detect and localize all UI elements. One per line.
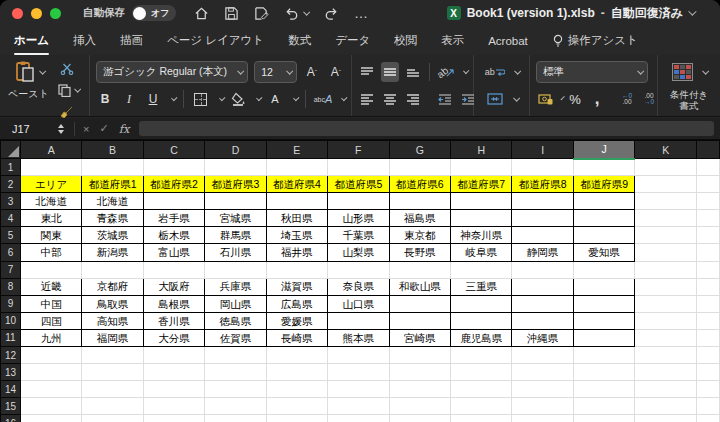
row-header-13[interactable]: 13 [1, 364, 21, 381]
conditional-formatting-button[interactable] [672, 62, 693, 82]
cell-I12[interactable] [512, 347, 573, 364]
cell-I11[interactable]: 沖縄県 [512, 329, 573, 346]
merge-center-button[interactable] [486, 89, 504, 109]
copy-chevron-icon[interactable] [74, 85, 80, 91]
decrease-indent-button[interactable] [436, 89, 454, 109]
cell-E2[interactable]: 都道府県4 [266, 176, 327, 193]
cell-E7[interactable] [266, 261, 327, 278]
maximize-button[interactable] [50, 8, 61, 19]
cell-K3[interactable] [635, 193, 697, 210]
cell-J14[interactable] [573, 381, 634, 398]
cell-K2[interactable] [635, 176, 697, 193]
cell-B4[interactable]: 青森県 [82, 210, 143, 227]
decrease-font-button[interactable]: Aˇ [327, 62, 345, 82]
cell-H13[interactable] [450, 364, 511, 381]
more-toolbar-icon[interactable]: … [354, 9, 369, 17]
cell-G4[interactable]: 福島県 [389, 210, 450, 227]
cell-B16[interactable] [82, 415, 143, 422]
cell-L12[interactable] [697, 347, 720, 364]
cell-B3[interactable]: 北海道 [82, 193, 143, 210]
cell-L2[interactable] [697, 176, 720, 193]
cell-J2[interactable]: 都道府県9 [573, 176, 634, 193]
cell-B5[interactable]: 茨城県 [82, 227, 143, 244]
cell-J8[interactable] [573, 278, 634, 295]
cell-E12[interactable] [266, 347, 327, 364]
home-icon[interactable] [194, 6, 209, 21]
cell-B13[interactable] [82, 364, 143, 381]
conditional-formatting-chevron-icon[interactable] [702, 67, 708, 73]
increase-font-button[interactable]: Aˆ [303, 62, 321, 82]
cell-K9[interactable] [635, 295, 697, 312]
cell-D9[interactable]: 岡山県 [205, 295, 266, 312]
cell-D14[interactable] [205, 381, 266, 398]
tab-acrobat[interactable]: Acrobat [488, 35, 528, 47]
cell-H4[interactable] [450, 210, 511, 227]
cell-L16[interactable] [697, 415, 720, 422]
cell-G16[interactable] [389, 415, 450, 422]
row-header-2[interactable]: 2 [1, 176, 21, 193]
cell-D5[interactable]: 群馬県 [205, 227, 266, 244]
cell-B6[interactable]: 新潟県 [82, 244, 143, 261]
cell-I7[interactable] [512, 261, 573, 278]
cell-K5[interactable] [635, 227, 697, 244]
row-header-10[interactable]: 10 [1, 312, 21, 329]
cell-F14[interactable] [328, 381, 389, 398]
cell-E15[interactable] [266, 398, 327, 415]
font-name-select[interactable]: 游ゴシック Regular (本文) [96, 61, 248, 83]
enter-icon[interactable]: ✓ [99, 122, 108, 135]
cell-C6[interactable]: 富山県 [143, 244, 204, 261]
cell-E3[interactable] [266, 193, 327, 210]
col-header-F[interactable]: F [328, 141, 389, 159]
row-header-6[interactable]: 6 [1, 244, 21, 261]
text-effects-button[interactable]: abcA [314, 89, 332, 109]
cell-G8[interactable]: 和歌山県 [389, 278, 450, 295]
cell-I1[interactable] [512, 159, 573, 176]
cell-E11[interactable]: 長崎県 [266, 329, 327, 346]
cell-F16[interactable] [328, 415, 389, 422]
cell-G14[interactable] [389, 381, 450, 398]
cell-J15[interactable] [573, 398, 634, 415]
cell-D4[interactable]: 宮城県 [205, 210, 266, 227]
cell-A16[interactable] [20, 415, 81, 422]
cell-E10[interactable]: 愛媛県 [266, 312, 327, 329]
cell-D3[interactable] [205, 193, 266, 210]
cell-I3[interactable] [512, 193, 573, 210]
spinner-up-icon[interactable] [58, 124, 64, 128]
copy-button[interactable] [58, 80, 79, 100]
cell-H16[interactable] [450, 415, 511, 422]
cell-D6[interactable]: 石川県 [205, 244, 266, 261]
percent-style-button[interactable]: % [566, 89, 584, 109]
cancel-icon[interactable]: × [83, 123, 89, 135]
cell-C13[interactable] [143, 364, 204, 381]
cell-J11[interactable] [573, 329, 634, 346]
save-icon[interactable] [224, 6, 239, 21]
cell-H5[interactable]: 神奈川県 [450, 227, 511, 244]
row-header-8[interactable]: 8 [1, 278, 21, 295]
cell-H8[interactable]: 三重県 [450, 278, 511, 295]
cell-A5[interactable]: 関東 [20, 227, 81, 244]
cell-B14[interactable] [82, 381, 143, 398]
autosave-toggle[interactable]: オフ [132, 5, 176, 21]
cell-I10[interactable] [512, 312, 573, 329]
cell-K11[interactable] [635, 329, 697, 346]
borders-button[interactable] [192, 89, 210, 109]
cell-C11[interactable]: 大分県 [143, 329, 204, 346]
row-header-16[interactable]: 16 [1, 415, 21, 422]
cell-K7[interactable] [635, 261, 697, 278]
name-box-spinner[interactable] [58, 124, 64, 134]
cell-F1[interactable] [328, 159, 389, 176]
redo-icon[interactable] [323, 6, 339, 21]
cell-L11[interactable] [697, 329, 720, 346]
title-chevron-icon[interactable] [688, 7, 696, 15]
formula-input[interactable] [139, 121, 714, 136]
borders-chevron-icon[interactable] [219, 95, 225, 101]
cell-F13[interactable] [328, 364, 389, 381]
cell-G7[interactable] [389, 261, 450, 278]
cell-F2[interactable]: 都道府県5 [328, 176, 389, 193]
col-header-partial[interactable] [697, 141, 720, 159]
text-effects-chevron-icon[interactable] [341, 95, 347, 101]
cell-D13[interactable] [205, 364, 266, 381]
align-top-button[interactable] [358, 62, 376, 82]
cell-K15[interactable] [635, 398, 697, 415]
cell-F12[interactable] [328, 347, 389, 364]
